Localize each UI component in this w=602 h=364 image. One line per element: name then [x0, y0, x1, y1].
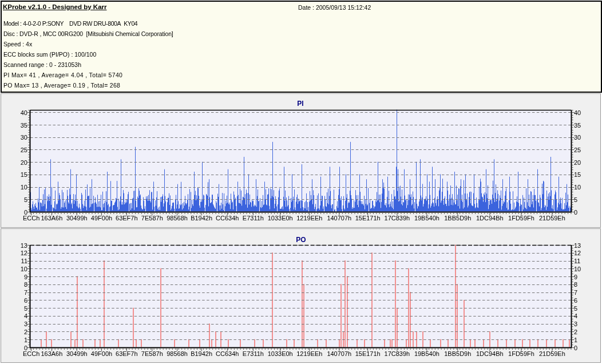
svg-text:4: 4	[24, 312, 27, 319]
svg-text:15E171h: 15E171h	[355, 350, 381, 357]
svg-text:1FD59Fh: 1FD59Fh	[508, 350, 534, 357]
svg-text:63EF7h: 63EF7h	[116, 215, 138, 221]
svg-text:1DC94Bh: 1DC94Bh	[476, 215, 504, 221]
svg-text:21D59Eh: 21D59Eh	[539, 215, 565, 221]
svg-text:30499h: 30499h	[66, 350, 88, 357]
svg-text:12: 12	[21, 250, 27, 256]
svg-text:30499h: 30499h	[66, 215, 88, 221]
svg-text:1033E0h: 1033E0h	[268, 350, 293, 357]
svg-text:1BB5D9h: 1BB5D9h	[444, 215, 471, 221]
svg-text:19B540h: 19B540h	[414, 350, 439, 357]
svg-text:9: 9	[574, 274, 577, 280]
svg-text:40: 40	[21, 109, 27, 116]
svg-text:35: 35	[21, 122, 27, 129]
svg-text:1FD59Fh: 1FD59Fh	[508, 215, 534, 221]
svg-text:98568h: 98568h	[167, 350, 188, 357]
svg-text:B1942h: B1942h	[191, 350, 212, 357]
svg-text:CC634h: CC634h	[216, 350, 239, 357]
svg-text:7: 7	[574, 289, 577, 296]
svg-text:11: 11	[574, 258, 580, 264]
svg-text:7E587h: 7E587h	[141, 215, 163, 221]
svg-text:PO: PO	[296, 236, 306, 244]
svg-text:7: 7	[24, 289, 27, 296]
svg-text:17C839h: 17C839h	[385, 215, 410, 221]
svg-text:1033E0h: 1033E0h	[268, 215, 293, 221]
svg-text:15: 15	[21, 171, 27, 178]
svg-text:6: 6	[24, 297, 27, 304]
svg-text:19B540h: 19B540h	[414, 215, 439, 221]
svg-text:9: 9	[24, 274, 27, 280]
svg-text:13: 13	[21, 242, 27, 249]
svg-text:10: 10	[574, 266, 581, 272]
svg-text:8: 8	[574, 281, 577, 288]
svg-text:3: 3	[574, 321, 577, 327]
svg-text:17C839h: 17C839h	[385, 350, 410, 357]
svg-text:163A6h: 163A6h	[41, 215, 62, 221]
svg-text:PI: PI	[297, 100, 303, 108]
svg-text:B1942h: B1942h	[191, 215, 212, 221]
svg-text:15E171h: 15E171h	[355, 215, 381, 221]
svg-text:2: 2	[24, 329, 27, 335]
svg-text:15: 15	[574, 171, 581, 178]
svg-text:5: 5	[574, 305, 577, 312]
svg-text:8: 8	[24, 281, 27, 288]
svg-text:1BB5D9h: 1BB5D9h	[444, 350, 471, 357]
svg-text:10: 10	[21, 266, 27, 272]
svg-text:1DC94Bh: 1DC94Bh	[476, 350, 504, 357]
svg-text:49F00h: 49F00h	[91, 350, 112, 357]
svg-text:30: 30	[574, 134, 581, 141]
svg-text:21D59Eh: 21D59Eh	[539, 350, 565, 357]
svg-text:1: 1	[574, 337, 577, 343]
svg-text:5: 5	[24, 305, 27, 312]
svg-text:25: 25	[574, 147, 581, 153]
svg-text:30: 30	[21, 134, 27, 141]
svg-text:6: 6	[574, 297, 577, 304]
svg-text:40: 40	[574, 109, 581, 116]
svg-text:0: 0	[574, 345, 577, 351]
svg-text:ECCh: ECCh	[23, 350, 39, 357]
svg-text:2: 2	[574, 329, 577, 335]
svg-text:140707h: 140707h	[327, 350, 351, 357]
svg-text:163A6h: 163A6h	[41, 350, 62, 357]
svg-text:20: 20	[574, 159, 581, 166]
svg-text:98568h: 98568h	[167, 215, 188, 221]
svg-text:49F00h: 49F00h	[91, 215, 112, 221]
svg-text:25: 25	[21, 147, 27, 153]
svg-text:7E587h: 7E587h	[141, 350, 163, 357]
svg-text:10: 10	[574, 184, 581, 191]
svg-text:3: 3	[24, 321, 27, 327]
svg-text:5: 5	[24, 196, 27, 203]
svg-text:11: 11	[21, 258, 27, 264]
svg-text:1219EEh: 1219EEh	[296, 215, 322, 221]
svg-text:140707h: 140707h	[327, 215, 351, 221]
svg-text:12: 12	[574, 250, 581, 256]
svg-text:E7311h: E7311h	[243, 350, 264, 357]
svg-text:1: 1	[24, 337, 27, 343]
svg-text:CC634h: CC634h	[216, 215, 239, 221]
svg-text:13: 13	[574, 242, 581, 249]
svg-text:0: 0	[574, 209, 577, 216]
svg-text:5: 5	[574, 196, 577, 203]
svg-text:63EF7h: 63EF7h	[116, 350, 138, 357]
svg-text:E7311h: E7311h	[243, 215, 264, 221]
svg-text:4: 4	[574, 312, 577, 319]
svg-text:20: 20	[21, 159, 27, 166]
svg-text:ECCh: ECCh	[23, 215, 39, 221]
svg-text:10: 10	[21, 184, 27, 191]
svg-text:1219EEh: 1219EEh	[296, 350, 322, 357]
svg-text:35: 35	[574, 122, 581, 129]
